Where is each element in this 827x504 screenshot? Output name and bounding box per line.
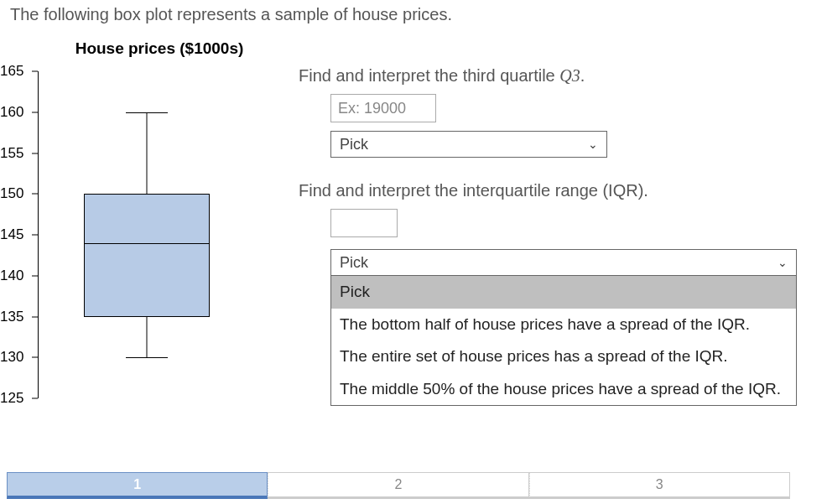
q3-interpretation-select[interactable]: Pick ⌄ [330,131,607,158]
y-tick [32,398,38,399]
y-tick [32,71,38,72]
iqr-prompt: Find and interpret the interquartile ran… [299,181,819,200]
y-tick [32,194,38,195]
chevron-down-icon: ⌄ [778,256,788,269]
y-tick-label: 140 [0,268,23,284]
dropdown-option[interactable]: The bottom half of house prices have a s… [331,309,796,341]
iqr-answer-input[interactable] [330,209,398,237]
pagination: 1 2 3 [7,472,790,499]
intro-text: The following box plot represents a samp… [0,0,827,33]
q3-prompt-prefix: Find and interpret the third quartile [299,66,559,85]
question-q3: Find and interpret the third quartile Q3… [299,66,819,158]
q3-answer-input[interactable] [330,94,436,122]
page-tab-3[interactable]: 3 [529,472,790,499]
iqr-interpretation-select[interactable]: Pick ⌄ [330,249,797,276]
y-tick-label: 155 [0,145,23,162]
y-tick [32,153,38,153]
page-tab-1[interactable]: 1 [7,472,268,499]
q3-prompt: Find and interpret the third quartile Q3… [299,66,819,86]
dropdown-option[interactable]: Pick [331,276,796,309]
y-tick-label: 165 [0,63,23,80]
y-tick [32,357,38,358]
dropdown-option[interactable]: The entire set of house prices has a spr… [331,340,796,373]
boxplot-glyph [84,71,210,398]
y-tick-label: 160 [0,104,23,121]
y-tick [32,235,38,236]
y-tick-label: 145 [0,226,23,243]
iqr-select-label: Pick [340,254,368,272]
q3-var: Q3 [559,66,580,85]
y-tick-label: 125 [0,390,23,407]
y-tick [32,316,38,317]
y-tick [32,112,38,112]
boxplot-chart: House prices ($1000s) 125130135140145150… [0,33,285,407]
y-axis [38,71,39,398]
y-tick-label: 135 [0,309,23,325]
page-tab-2[interactable]: 2 [268,472,528,499]
iqr-dropdown-list: PickThe bottom half of house prices have… [330,276,797,406]
chevron-down-icon: ⌄ [588,138,598,151]
question-iqr: Find and interpret the interquartile ran… [299,181,819,406]
dropdown-option[interactable]: The middle 50% of the house prices have … [331,373,796,406]
y-tick [32,275,38,276]
y-tick-label: 130 [0,349,23,366]
y-tick-label: 150 [0,185,23,202]
chart-title: House prices ($1000s) [34,33,285,63]
q3-prompt-suffix: . [580,66,585,85]
q3-select-label: Pick [340,136,368,153]
